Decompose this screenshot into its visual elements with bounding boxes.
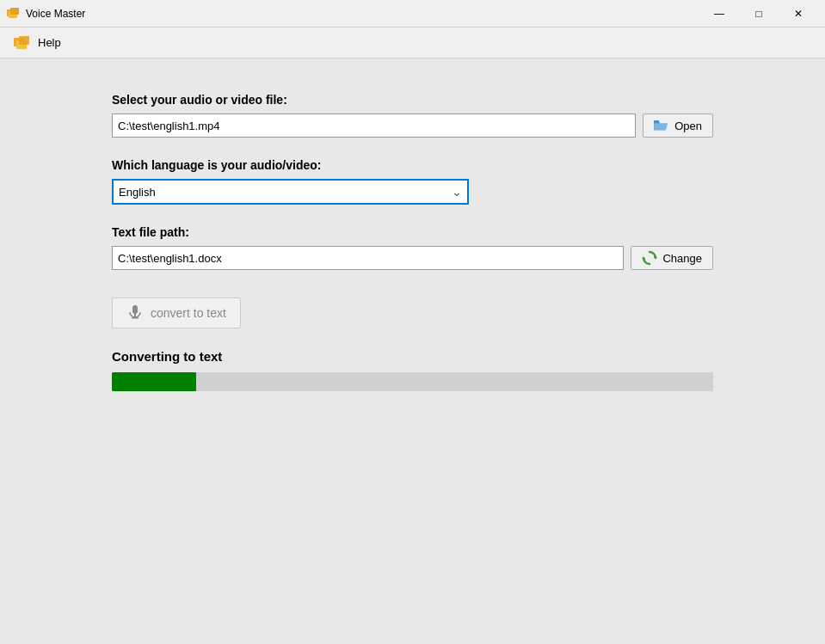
main-content: Select your audio or video file: Open Wh…: [0, 58, 825, 644]
minimize-button[interactable]: —: [699, 0, 739, 28]
app-icon: [7, 7, 21, 21]
progress-bar-container: [112, 372, 713, 391]
app-title: Voice Master: [26, 8, 699, 20]
file-label: Select your audio or video file:: [112, 93, 713, 107]
maximize-button[interactable]: □: [739, 0, 779, 28]
text-file-label: Text file path:: [112, 225, 713, 239]
help-menu-item[interactable]: Help: [7, 32, 68, 54]
change-button-label: Change: [662, 252, 702, 265]
progress-label: Converting to text: [112, 349, 713, 364]
language-label: Which language is your audio/video:: [112, 158, 713, 172]
title-bar: Voice Master — □ ✕: [0, 0, 825, 28]
help-icon: [14, 35, 33, 51]
convert-button-label: convert to text: [151, 306, 226, 320]
close-button[interactable]: ✕: [779, 0, 818, 28]
svg-rect-10: [132, 305, 138, 314]
progress-section: Converting to text: [112, 349, 713, 391]
file-input-row: Open: [112, 113, 713, 138]
svg-rect-2: [10, 8, 19, 15]
progress-bar-fill: [112, 372, 196, 391]
text-file-input-row: Change: [112, 246, 713, 270]
menu-bar: Help: [0, 28, 825, 58]
refresh-icon: [642, 250, 657, 266]
change-button[interactable]: Change: [631, 246, 713, 270]
convert-button-section: convert to text: [112, 291, 713, 328]
microphone-icon: [126, 304, 144, 322]
help-label: Help: [38, 36, 61, 49]
file-path-input[interactable]: [112, 113, 636, 138]
open-button-label: Open: [674, 120, 702, 132]
language-section: Which language is your audio/video: Engl…: [112, 158, 713, 205]
text-file-section: Text file path: Change: [112, 225, 713, 270]
svg-rect-7: [654, 120, 659, 124]
file-section: Select your audio or video file: Open: [112, 93, 713, 138]
window-controls: — □ ✕: [699, 0, 818, 28]
folder-open-icon: [654, 119, 669, 132]
svg-rect-5: [19, 36, 29, 45]
text-file-path-input[interactable]: [112, 246, 624, 270]
language-select[interactable]: English Spanish French German Chinese Ja…: [112, 179, 469, 205]
convert-button[interactable]: convert to text: [112, 297, 241, 328]
language-select-wrapper: English Spanish French German Chinese Ja…: [112, 179, 469, 205]
open-button[interactable]: Open: [643, 113, 713, 138]
